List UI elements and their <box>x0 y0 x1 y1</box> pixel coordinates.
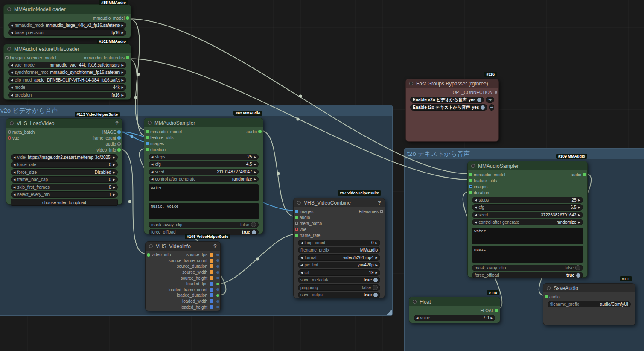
widget-value[interactable]: ◀ value 7.0 ▶ <box>414 315 495 321</box>
widget-crf[interactable]: ◀ crf 19 ▶ <box>298 269 380 276</box>
node-mmaudio-model-loader[interactable]: MMAudioModelLoader mmaudio_model ◀ mmaud… <box>3 4 131 38</box>
goto-group-button[interactable]: ➜ <box>486 97 494 103</box>
input-port-meta-batch[interactable] <box>8 130 11 134</box>
increment-arrow-icon[interactable]: ▶ <box>113 193 115 196</box>
decrement-arrow-icon[interactable]: ◀ <box>11 24 13 27</box>
toggle-knob-icon[interactable] <box>373 278 378 282</box>
collapse-toggle-icon[interactable] <box>10 121 14 125</box>
output-port-loaded-width[interactable] <box>216 300 219 303</box>
decrement-arrow-icon[interactable]: ◀ <box>13 193 15 196</box>
increment-arrow-icon[interactable]: ▶ <box>254 178 256 181</box>
increment-arrow-icon[interactable]: ▶ <box>578 206 580 209</box>
widget-clip-model[interactable]: ◀ clip_model apple_DFN5B-CLIP-VIT-H-14-3… <box>8 77 126 83</box>
input-port-audio[interactable] <box>295 216 298 219</box>
increment-arrow-icon[interactable]: ▶ <box>113 186 115 189</box>
node-titlebar[interactable]: MMAudioModelLoader <box>4 5 131 14</box>
decrement-arrow-icon[interactable]: ◀ <box>300 263 303 266</box>
widget-pix-fmt[interactable]: ◀ pix_fmt yuv420p ▶ <box>298 262 380 268</box>
widget-cfg[interactable]: ◀ cfg 6.5 ▶ <box>472 204 583 211</box>
widget-cfg[interactable]: ◀ cfg 4.5 ▶ <box>149 161 259 167</box>
output-port-audio[interactable] <box>583 173 586 176</box>
decrement-arrow-icon[interactable]: ◀ <box>475 221 477 224</box>
decrement-arrow-icon[interactable]: ◀ <box>151 163 153 166</box>
collapse-toggle-icon[interactable] <box>148 121 152 125</box>
widget-loop-count[interactable]: ◀ loop_count 0 ▶ <box>298 240 380 246</box>
increment-arrow-icon[interactable]: ▶ <box>376 271 378 274</box>
decrement-arrow-icon[interactable]: ◀ <box>13 156 15 159</box>
output-port-source-width[interactable] <box>216 271 219 274</box>
decrement-arrow-icon[interactable]: ◀ <box>11 94 13 97</box>
widget-control-after-generate[interactable]: ◀ control after generate randomize ▶ <box>472 219 583 225</box>
output-port-loaded-frame-count[interactable] <box>216 288 219 291</box>
choose-video-upload-button[interactable]: choose video to upload <box>11 199 118 206</box>
node-titlebar[interactable]: MMAudioSampler <box>144 118 263 127</box>
decrement-arrow-icon[interactable]: ◀ <box>475 199 477 202</box>
output-port-source-frame-count[interactable] <box>216 259 219 262</box>
increment-arrow-icon[interactable]: ▶ <box>122 64 124 67</box>
output-port-video-info[interactable] <box>117 148 121 152</box>
output-port-loaded-height[interactable] <box>216 306 219 308</box>
output-port-loaded-duration[interactable] <box>216 294 219 297</box>
increment-arrow-icon[interactable]: ▶ <box>113 171 115 174</box>
increment-arrow-icon[interactable]: ▶ <box>254 163 256 166</box>
widget-steps[interactable]: ◀ steps 25 ▶ <box>149 154 259 160</box>
output-port-mmaudio-model[interactable] <box>126 16 129 20</box>
node-vhs-videoinfo[interactable]: VHS_VideoInfo ? video_info source_fps so… <box>145 241 221 311</box>
decrement-arrow-icon[interactable]: ◀ <box>13 163 15 166</box>
node-titlebar[interactable]: VHS_LoadVideo ? <box>6 119 122 128</box>
decrement-arrow-icon[interactable]: ◀ <box>300 271 303 274</box>
collapse-toggle-icon[interactable] <box>547 286 551 290</box>
toggle-pingpong[interactable]: pingpong false <box>298 284 380 291</box>
increment-arrow-icon[interactable]: ▶ <box>113 156 115 159</box>
decrement-arrow-icon[interactable]: ◀ <box>300 256 303 259</box>
collapse-toggle-icon[interactable] <box>471 164 475 168</box>
output-port-loaded-fps[interactable] <box>216 283 219 285</box>
widget-seed[interactable]: ◀ seed 211014872746047 ▶ <box>149 169 259 175</box>
output-port-source-fps[interactable] <box>216 254 219 256</box>
help-icon[interactable]: ? <box>213 243 217 249</box>
decrement-arrow-icon[interactable]: ◀ <box>13 171 15 174</box>
help-icon[interactable]: ? <box>115 120 119 126</box>
widget-video-url[interactable]: ◀ video https://image.cdn2.seaart.me/tem… <box>11 154 118 161</box>
collapse-toggle-icon[interactable] <box>409 82 413 85</box>
widget-filename-prefix[interactable]: filename_prefix MMaudio <box>298 247 380 253</box>
collapse-toggle-icon[interactable] <box>297 201 301 205</box>
node-titlebar[interactable]: SaveAudio <box>543 284 635 292</box>
decrement-arrow-icon[interactable]: ◀ <box>11 86 13 89</box>
help-icon[interactable]: ? <box>378 199 381 206</box>
decrement-arrow-icon[interactable]: ◀ <box>11 31 13 34</box>
widget-frame-load-cap[interactable]: ◀ frame_load_cap 0 ▶ <box>11 176 118 183</box>
input-port-vae[interactable] <box>8 136 11 140</box>
node-titlebar[interactable]: VHS_VideoCombine ? <box>294 198 385 207</box>
increment-arrow-icon[interactable]: ▶ <box>376 256 378 259</box>
toggle-knob-icon[interactable] <box>477 98 481 102</box>
input-port-images[interactable] <box>469 185 472 188</box>
widget-mode[interactable]: ◀ mode 44k ▶ <box>8 84 126 91</box>
output-port-filenames[interactable] <box>380 210 383 213</box>
input-port-video-info[interactable] <box>147 253 150 257</box>
output-port-audio[interactable] <box>117 142 121 146</box>
increment-arrow-icon[interactable]: ▶ <box>122 79 124 82</box>
increment-arrow-icon[interactable]: ▶ <box>254 155 256 158</box>
widget-vae-model[interactable]: ◀ vae_model mmaudio_vae_44k_fp16.safeten… <box>8 62 126 68</box>
input-port-frame-rate[interactable] <box>295 234 298 237</box>
decrement-arrow-icon[interactable]: ◀ <box>151 170 153 173</box>
decrement-arrow-icon[interactable]: ◀ <box>11 71 13 74</box>
node-mmaudio-featureutils-loader[interactable]: MMAudioFeatureUtilsLoader bigvgan_vocode… <box>3 44 131 100</box>
input-port-mmaudio-model[interactable] <box>469 173 472 176</box>
widget-control-after-generate[interactable]: ◀ control after generate randomize ▶ <box>149 176 259 182</box>
node-fast-groups-bypasser[interactable]: Fast Groups Bypasser (rgthree) OPT_CONNE… <box>405 79 499 142</box>
decrement-arrow-icon[interactable]: ◀ <box>13 186 15 189</box>
input-port-duration[interactable] <box>469 191 472 194</box>
output-port-float[interactable] <box>495 309 498 312</box>
toggle-mask-away-clip[interactable]: mask_away_clip false <box>149 222 259 228</box>
prompt-textarea[interactable]: water <box>472 228 583 244</box>
decrement-arrow-icon[interactable]: ◀ <box>475 214 477 216</box>
widget-format[interactable]: ◀ format video/h264-mp4 ▶ <box>298 254 380 261</box>
widget-skip-first-frames[interactable]: ◀ skip_first_frames 0 ▶ <box>11 184 118 190</box>
increment-arrow-icon[interactable]: ▶ <box>578 199 580 202</box>
widget-select-every-nth[interactable]: ◀ select_every_nth 1 ▶ <box>11 191 118 198</box>
increment-arrow-icon[interactable]: ▶ <box>122 86 124 89</box>
increment-arrow-icon[interactable]: ▶ <box>122 94 124 97</box>
input-port-mmaudio-model[interactable] <box>146 130 149 133</box>
